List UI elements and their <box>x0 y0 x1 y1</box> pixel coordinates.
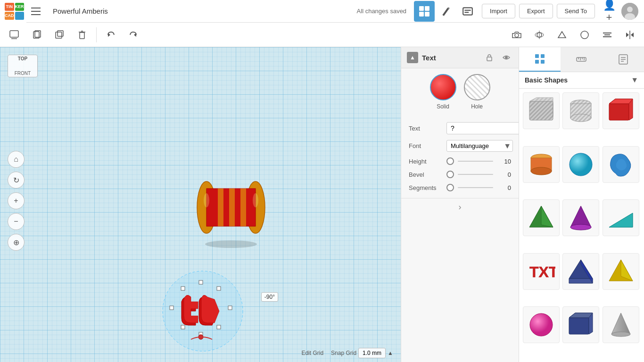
redo-button[interactable] <box>123 25 144 45</box>
text-prop-row: Text <box>409 119 511 137</box>
svg-rect-56 <box>535 60 539 64</box>
svg-rect-52 <box>487 57 492 61</box>
lock-button[interactable] <box>483 51 496 64</box>
svg-rect-50 <box>228 306 232 310</box>
home-button[interactable]: ⌂ <box>8 151 25 168</box>
delete-button[interactable] <box>72 25 92 45</box>
svg-rect-39 <box>240 189 246 226</box>
shape-item-cone-gray[interactable] <box>603 306 639 343</box>
undo-button[interactable] <box>100 25 121 45</box>
mirror-button[interactable] <box>619 25 640 45</box>
height-slider-handle[interactable] <box>446 157 454 165</box>
shape-item-sphere-pink[interactable] <box>523 306 560 343</box>
copy-button[interactable] <box>26 25 47 45</box>
segments-slider-track[interactable] <box>458 187 493 188</box>
toolbar-separator-1 <box>96 27 97 42</box>
nav-controls: ⌂ ↻ + − ⊕ <box>8 151 25 251</box>
circle-button[interactable] <box>574 25 595 45</box>
logo-tr: KER <box>15 3 24 11</box>
shapes-ruler-tab[interactable] <box>561 47 602 72</box>
fit-button[interactable]: ⊕ <box>8 234 25 251</box>
shapes-grid: TXT <box>519 89 644 362</box>
solid-type-item[interactable]: Solid <box>430 74 456 110</box>
svg-rect-17 <box>58 31 63 36</box>
snap-chevron-icon[interactable]: ▲ <box>388 350 393 356</box>
shapes-category-select[interactable]: Basic Shapes Letters Numbers Symbols Fea… <box>525 76 631 84</box>
shape-item-cylinder-orange[interactable] <box>523 146 560 183</box>
bevel-slider-track[interactable] <box>458 174 493 175</box>
perspective-button[interactable] <box>529 25 550 45</box>
add-user-button[interactable]: 👤+ <box>601 3 618 20</box>
send-to-button[interactable]: Send To <box>557 4 595 18</box>
topbar-nav-icons <box>414 1 478 22</box>
duplicate-button[interactable] <box>49 25 70 45</box>
shape-item-organic-blue[interactable] <box>603 146 639 183</box>
segments-slider-handle[interactable] <box>446 184 454 191</box>
solid-circle[interactable] <box>430 74 456 100</box>
svg-rect-9 <box>465 12 469 13</box>
rotate-button[interactable]: ↻ <box>8 172 25 189</box>
move-button[interactable] <box>4 25 25 45</box>
tinkercad-logo[interactable]: TIN KER CAD <box>0 0 26 23</box>
topbar: TIN KER CAD Powerful Amberis All changes… <box>0 0 644 23</box>
visibility-button[interactable] <box>500 51 513 64</box>
spool-object[interactable] <box>184 165 278 250</box>
shape-item-pyramid-yellow[interactable] <box>603 253 639 290</box>
camera-button[interactable] <box>506 25 527 45</box>
shape-item-box-gray[interactable] <box>523 92 560 129</box>
hamburger-button[interactable] <box>26 0 45 23</box>
canvas-area[interactable]: TOP FRONT ⌂ ↻ + − ⊕ <box>0 47 401 362</box>
zoom-in-button[interactable]: + <box>8 192 25 209</box>
bevel-slider-handle[interactable] <box>446 171 454 178</box>
shape-item-pyramid-green[interactable] <box>523 199 560 236</box>
svg-rect-93 <box>569 318 589 334</box>
view-cube[interactable]: TOP FRONT <box>8 55 38 77</box>
logo-bl: CAD <box>5 12 14 20</box>
text-input-field[interactable] <box>446 122 519 134</box>
bevel-input-area: 0 <box>446 171 511 178</box>
svg-rect-18 <box>80 33 84 39</box>
zoom-out-button[interactable]: − <box>8 213 25 230</box>
designs-button[interactable] <box>457 1 478 22</box>
font-prop-row: Font Multilanguage Arial Times New Roman… <box>409 137 511 155</box>
shape-type-selector: Solid Hole <box>401 68 519 115</box>
snap-grid-value-button[interactable]: 1.0 mm <box>358 348 386 358</box>
shape-item-box-red[interactable] <box>603 92 639 129</box>
toolbar <box>0 23 644 47</box>
expand-button[interactable]: › <box>459 202 462 212</box>
edit-grid-label[interactable]: Edit Grid <box>301 350 323 356</box>
shapes-button[interactable] <box>552 25 572 45</box>
shape-item-box-dark-blue[interactable] <box>562 306 599 343</box>
shape-item-cylinder-gray[interactable] <box>562 92 599 129</box>
text-3d-object[interactable]: -90° <box>151 264 255 360</box>
height-slider-track[interactable] <box>458 161 493 162</box>
user-avatar[interactable] <box>621 3 638 20</box>
shape-item-cone-purple[interactable] <box>562 199 599 236</box>
view-cube-front-label: FRONT <box>15 71 31 76</box>
shape-item-sphere-teal[interactable] <box>562 146 599 183</box>
panel-title: Text <box>422 54 479 62</box>
svg-text:TXT: TXT <box>529 263 555 280</box>
svg-point-27 <box>581 31 588 39</box>
shape-item-prism-blue[interactable] <box>562 253 599 290</box>
svg-rect-54 <box>535 54 539 58</box>
hole-circle[interactable] <box>464 74 490 100</box>
shapes-panel-header: Basic Shapes Letters Numbers Symbols Fea… <box>519 72 644 89</box>
font-select-dropdown[interactable]: Multilanguage Arial Times New Roman Cour… <box>446 140 513 152</box>
grid-view-button[interactable] <box>414 1 435 22</box>
shape-item-text-3d[interactable]: TXT <box>523 253 560 290</box>
export-button[interactable]: Export <box>519 4 553 18</box>
panel-collapse-button[interactable]: ▲ <box>407 52 418 63</box>
logo-br <box>15 12 24 20</box>
build-button[interactable] <box>436 1 456 22</box>
segments-prop-label: Segments <box>409 184 446 191</box>
hole-type-item[interactable]: Hole <box>464 74 490 110</box>
shapes-grid-tab[interactable] <box>519 47 561 72</box>
align-button[interactable] <box>597 25 618 45</box>
svg-rect-8 <box>465 9 471 10</box>
svg-marker-94 <box>611 313 630 334</box>
snap-grid-control: Snap Grid 1.0 mm ▲ <box>331 348 393 358</box>
shape-item-wedge-teal[interactable] <box>603 199 639 236</box>
import-button[interactable]: Import <box>482 4 515 18</box>
shapes-notes-tab[interactable] <box>603 47 644 72</box>
